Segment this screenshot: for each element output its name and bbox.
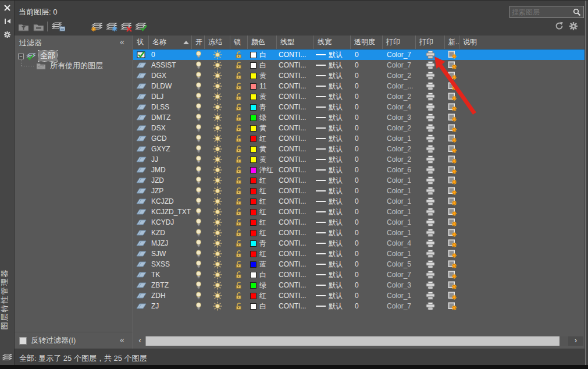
layer-transparency[interactable]: 0	[351, 123, 383, 133]
layer-plot-toggle[interactable]	[416, 70, 445, 81]
scrollbar-track[interactable]	[560, 336, 568, 346]
layer-transparency[interactable]: 0	[351, 217, 383, 228]
color-swatch[interactable]	[250, 52, 256, 58]
layer-linetype[interactable]: CONTI...	[277, 269, 314, 280]
properties-gear-icon[interactable]	[2, 30, 12, 40]
layer-on-toggle[interactable]	[192, 70, 205, 81]
layer-on-toggle[interactable]	[192, 196, 205, 207]
layer-description[interactable]	[459, 301, 585, 311]
column-header-linetype[interactable]: 线型	[277, 36, 314, 49]
layer-row[interactable]: GXYZ 黄 CONTI... 默认 0 Color_2	[133, 144, 585, 154]
layer-row[interactable]: JZP 红 CONTI... 默认 0 Color_1	[133, 186, 585, 196]
layer-name[interactable]: KZD	[149, 228, 192, 238]
layer-new-vp-freeze-toggle[interactable]	[445, 154, 459, 165]
layer-color[interactable]: 蓝	[248, 259, 277, 269]
layer-lock-toggle[interactable]	[230, 70, 248, 81]
layer-new-vp-freeze-toggle[interactable]	[445, 186, 459, 196]
layer-plot-toggle[interactable]	[416, 60, 445, 70]
layer-name[interactable]: DLDW	[149, 81, 192, 91]
layer-plot-toggle[interactable]	[416, 238, 445, 249]
layer-lineweight[interactable]: 默认	[314, 60, 351, 70]
layer-linetype[interactable]: CONTI...	[277, 123, 314, 133]
layer-description[interactable]	[459, 217, 585, 228]
layer-description[interactable]	[459, 102, 585, 112]
set-current-layer-icon[interactable]	[134, 21, 147, 32]
layer-freeze-toggle[interactable]	[205, 91, 230, 102]
layer-freeze-toggle[interactable]	[205, 259, 230, 269]
new-layer-vp-frozen-icon[interactable]	[105, 21, 118, 32]
layer-row[interactable]: DMTZ 绿 CONTI... 默认 0 Color_3	[133, 112, 585, 123]
layer-on-toggle[interactable]	[192, 269, 205, 280]
layer-on-toggle[interactable]	[192, 249, 205, 259]
layer-linetype[interactable]: CONTI...	[277, 228, 314, 238]
layer-transparency[interactable]: 0	[351, 81, 383, 91]
layer-on-toggle[interactable]	[192, 301, 205, 311]
layer-lineweight[interactable]: 默认	[314, 238, 351, 249]
color-swatch[interactable]	[250, 83, 256, 90]
layer-transparency[interactable]: 0	[351, 102, 383, 112]
layer-plot-toggle[interactable]	[416, 154, 445, 165]
layer-color[interactable]: 红	[248, 217, 277, 228]
layer-freeze-toggle[interactable]	[205, 60, 230, 70]
layer-lineweight[interactable]: 默认	[314, 196, 351, 207]
layer-description[interactable]	[459, 144, 585, 154]
layer-plot-toggle[interactable]	[416, 49, 445, 60]
layer-transparency[interactable]: 0	[351, 144, 383, 154]
filter-tree-item-all[interactable]: 全部	[26, 51, 57, 61]
layer-lineweight[interactable]: 默认	[314, 165, 351, 175]
color-swatch[interactable]	[250, 209, 256, 215]
layer-on-toggle[interactable]	[192, 154, 205, 165]
color-swatch[interactable]	[250, 125, 256, 132]
column-header-freeze[interactable]: 冻结	[205, 36, 230, 49]
color-swatch[interactable]	[250, 282, 256, 289]
close-icon[interactable]	[2, 3, 12, 13]
layer-description[interactable]	[459, 70, 585, 81]
layer-row[interactable]: TK 白 CONTI... 默认 0 Color_7	[133, 269, 585, 280]
color-swatch[interactable]	[250, 219, 256, 226]
refresh-icon[interactable]	[554, 21, 565, 31]
layer-description[interactable]	[459, 91, 585, 102]
layer-color[interactable]: 红	[248, 228, 277, 238]
layer-freeze-toggle[interactable]	[205, 165, 230, 175]
layer-on-toggle[interactable]	[192, 217, 205, 228]
layer-new-vp-freeze-toggle[interactable]	[445, 70, 459, 81]
layer-freeze-toggle[interactable]	[205, 228, 230, 238]
layer-name[interactable]: DMTZ	[149, 112, 192, 123]
layer-on-toggle[interactable]	[192, 280, 205, 290]
layer-new-vp-freeze-toggle[interactable]	[445, 238, 459, 249]
layer-freeze-toggle[interactable]	[205, 154, 230, 165]
layer-new-vp-freeze-toggle[interactable]	[445, 49, 459, 60]
layer-row[interactable]: KZD 红 CONTI... 默认 0 Color_1	[133, 228, 585, 238]
layer-linetype[interactable]: CONTI...	[277, 238, 314, 249]
layer-color[interactable]: 黄	[248, 123, 277, 133]
layer-new-vp-freeze-toggle[interactable]	[445, 280, 459, 290]
layer-new-vp-freeze-toggle[interactable]	[445, 259, 459, 269]
layer-freeze-toggle[interactable]	[205, 301, 230, 311]
layer-lineweight[interactable]: 默认	[314, 259, 351, 269]
layer-on-toggle[interactable]	[192, 133, 205, 144]
column-header-status[interactable]: 状	[133, 36, 149, 49]
layer-lock-toggle[interactable]	[230, 228, 248, 238]
layer-name[interactable]: GXYZ	[149, 144, 192, 154]
search-icon[interactable]	[573, 8, 583, 16]
layer-transparency[interactable]: 0	[351, 186, 383, 196]
layer-linetype[interactable]: CONTI...	[277, 112, 314, 123]
layer-color[interactable]: 黄	[248, 91, 277, 102]
color-swatch[interactable]	[250, 136, 256, 142]
layer-new-vp-freeze-toggle[interactable]	[445, 290, 459, 301]
layer-row[interactable]: DLSS 青 CONTI... 默认 0 Color_4	[133, 102, 585, 112]
layer-row[interactable]: ZDH 红 CONTI... 默认 0 Color_1	[133, 290, 585, 301]
layer-row[interactable]: GCD 红 CONTI... 默认 0 Color_1	[133, 133, 585, 144]
layer-linetype[interactable]: CONTI...	[277, 186, 314, 196]
layer-linetype[interactable]: CONTI...	[277, 301, 314, 311]
layer-new-vp-freeze-toggle[interactable]	[445, 112, 459, 123]
layer-row[interactable]: ZJ 白 CONTI... 默认 0 Color_7	[133, 301, 585, 311]
settings-gear-icon[interactable]	[568, 21, 579, 31]
layer-lock-toggle[interactable]	[230, 186, 248, 196]
color-swatch[interactable]	[250, 240, 256, 247]
layer-lineweight[interactable]: 默认	[314, 154, 351, 165]
layer-linetype[interactable]: CONTI...	[277, 144, 314, 154]
layer-transparency[interactable]: 0	[351, 49, 383, 60]
layer-on-toggle[interactable]	[192, 112, 205, 123]
layer-description[interactable]	[459, 133, 585, 144]
